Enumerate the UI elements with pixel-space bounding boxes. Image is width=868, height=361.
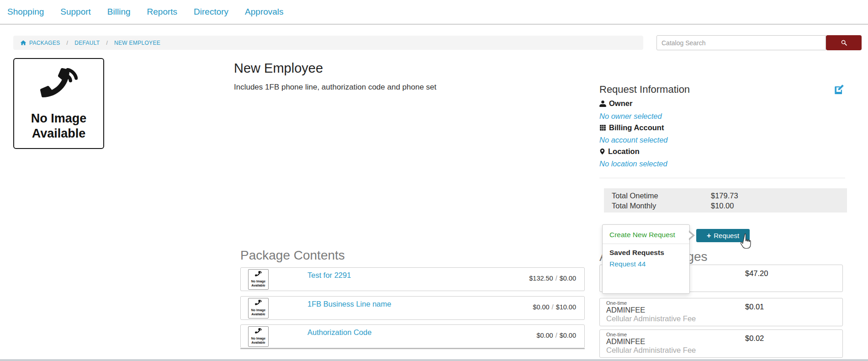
thumb-no-image-line2: Available <box>249 341 268 345</box>
owner-value[interactable]: No owner selected <box>599 112 662 121</box>
price-monthly: $0.00 <box>560 332 576 339</box>
total-monthly-value: $10.00 <box>711 202 734 210</box>
package-item-link[interactable]: Authorization Code <box>307 328 371 337</box>
edit-icon[interactable] <box>834 85 844 94</box>
package-item-row[interactable]: No Image Available Authorization Code $0… <box>240 324 585 348</box>
billing-account-value[interactable]: No account selected <box>599 136 668 144</box>
location-label-text: Location <box>608 147 640 156</box>
request-button-label: Request <box>714 232 739 239</box>
user-icon <box>599 100 606 107</box>
price-separator: / <box>556 332 557 339</box>
nav-item-support[interactable]: Support <box>60 7 91 17</box>
nav-item-approvals[interactable]: Approvals <box>245 7 284 17</box>
price-monthly: $10.00 <box>556 303 576 311</box>
saved-request-44-item[interactable]: Request 44 <box>609 260 683 268</box>
price-onetime: $132.50 <box>529 275 553 282</box>
phone-icon <box>255 271 262 278</box>
catalog-search <box>656 35 862 50</box>
request-dropdown-menu: Create New Request Saved Requests Reques… <box>602 224 690 294</box>
owner-label-text: Owner <box>609 99 632 108</box>
search-icon <box>841 39 847 46</box>
no-image-text-line1: No Image <box>14 111 103 126</box>
top-navbar: Shopping Support Billing Reports Directo… <box>0 0 868 25</box>
total-monthly-label: Total Monthly <box>612 202 656 210</box>
dropdown-divider <box>603 244 689 244</box>
saved-requests-header: Saved Requests <box>609 249 683 257</box>
billing-account-label: Billing Account <box>599 123 664 132</box>
request-information-title: Request Information <box>599 84 690 96</box>
plus-icon: + <box>707 232 711 240</box>
breadcrumb: PACKAGES / DEFAULT / NEW EMPLOYEE <box>13 36 643 50</box>
package-item-link[interactable]: Test for 2291 <box>307 271 351 280</box>
footer-divider <box>0 359 868 361</box>
item-thumbnail: No Image Available <box>248 326 269 347</box>
location-pin-icon <box>599 148 605 155</box>
billing-grid-icon <box>599 124 606 131</box>
total-onetime-value: $179.73 <box>711 191 738 200</box>
breadcrumb-packages[interactable]: PACKAGES <box>29 40 60 46</box>
price-separator: / <box>556 275 557 282</box>
thumb-no-image-line2: Available <box>249 313 268 317</box>
fee-period: One-time <box>606 300 836 306</box>
thumb-no-image-line1: No Image <box>249 337 268 341</box>
mouse-cursor-icon <box>741 234 755 250</box>
price-onetime: $0.00 <box>536 332 553 339</box>
package-item-link[interactable]: 1FB Business Line name <box>307 300 391 308</box>
search-button[interactable] <box>826 35 862 50</box>
breadcrumb-separator: / <box>106 40 108 46</box>
thumb-no-image-line1: No Image <box>249 280 268 284</box>
create-new-request-item[interactable]: Create New Request <box>609 231 683 239</box>
item-thumbnail: No Image Available <box>248 298 269 319</box>
item-thumbnail: No Image Available <box>248 269 269 290</box>
breadcrumb-separator: / <box>67 40 69 46</box>
fee-amount: $0.01 <box>745 303 764 311</box>
package-item-row[interactable]: No Image Available 1FB Business Line nam… <box>240 296 585 320</box>
phone-icon <box>255 300 262 307</box>
product-description: Includes 1FB phone line, authorization c… <box>234 83 436 92</box>
nav-item-shopping[interactable]: Shopping <box>7 7 44 17</box>
package-item-price: $0.00/$10.00 <box>533 303 576 311</box>
total-onetime-label: Total Onetime <box>612 191 658 200</box>
fee-code: ADMINFEE <box>606 337 836 346</box>
owner-label: Owner <box>599 99 632 108</box>
breadcrumb-new-employee: NEW EMPLOYEE <box>114 40 160 46</box>
price-monthly: $0.00 <box>560 275 576 282</box>
totals-summary: Total Onetime $179.73 Total Monthly $10.… <box>604 188 847 212</box>
price-separator: / <box>552 303 554 311</box>
phone-icon <box>255 328 262 335</box>
location-value[interactable]: No location selected <box>599 159 667 168</box>
fee-amount: $47.20 <box>745 269 768 278</box>
divider <box>599 178 845 178</box>
fee-amount: $0.02 <box>745 334 764 343</box>
fee-code: ADMINFEE <box>606 306 836 314</box>
phone-icon <box>40 68 78 106</box>
fee-card: One-time ADMINFEE Cellular Administrativ… <box>599 329 843 358</box>
location-label: Location <box>599 147 640 156</box>
package-item-row[interactable]: No Image Available Test for 2291 $132.50… <box>240 267 585 291</box>
nav-item-billing[interactable]: Billing <box>107 7 131 17</box>
breadcrumb-default[interactable]: DEFAULT <box>74 40 100 46</box>
product-image-placeholder: No Image Available <box>13 58 104 149</box>
price-onetime: $0.00 <box>533 303 549 311</box>
nav-item-reports[interactable]: Reports <box>147 7 178 17</box>
package-item-price: $0.00/$0.00 <box>536 332 576 339</box>
fee-description: Cellular Administrative Fee <box>606 346 836 355</box>
fee-period: One-time <box>606 332 836 337</box>
billing-account-label-text: Billing Account <box>609 123 664 132</box>
dropdown-arrow <box>688 231 693 239</box>
fee-card: One-time ADMINFEE Cellular Administrativ… <box>599 298 843 326</box>
no-image-text-line2: Available <box>14 126 103 141</box>
catalog-package-page: Shopping Support Billing Reports Directo… <box>0 0 868 361</box>
fee-description: Cellular Administrative Fee <box>606 314 836 323</box>
thumb-no-image-line1: No Image <box>249 308 268 313</box>
package-list-divider <box>240 348 585 349</box>
package-contents-title: Package Contents <box>240 248 345 263</box>
package-item-price: $132.50/$0.00 <box>529 275 576 282</box>
search-input[interactable] <box>656 35 826 50</box>
thumb-no-image-line2: Available <box>249 284 268 288</box>
page-title: New Employee <box>234 61 323 76</box>
nav-item-directory[interactable]: Directory <box>194 7 228 17</box>
home-icon <box>20 40 26 46</box>
